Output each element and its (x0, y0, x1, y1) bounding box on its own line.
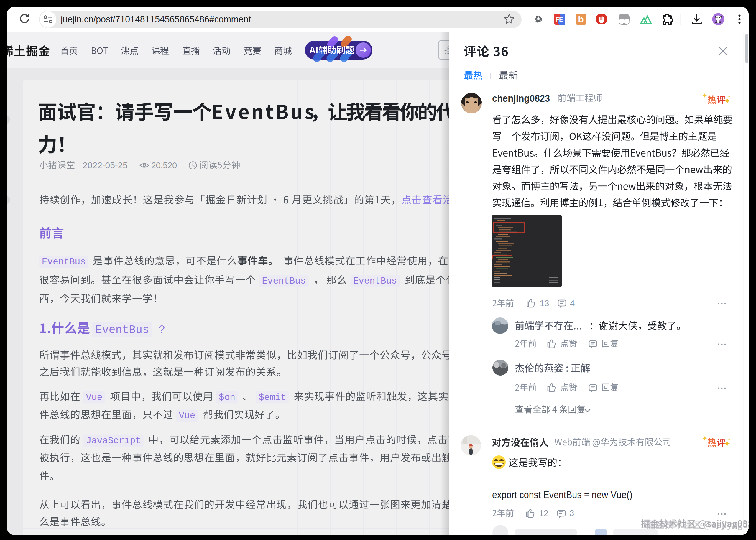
svg-text:13: 13 (539, 299, 549, 308)
svg-text:EventBus: EventBus (353, 276, 397, 286)
svg-text:4: 4 (570, 299, 575, 308)
svg-text:EventBus: EventBus (95, 324, 149, 336)
svg-text:2022-05-25: 2022-05-25 (82, 160, 128, 170)
svg-text:b: b (578, 14, 584, 25)
svg-text:JavaScript: JavaScript (86, 436, 141, 446)
svg-text:20,520: 20,520 (151, 160, 177, 170)
svg-text:juejin.cn/post/710148115456586: juejin.cn/post/7101481154565865486#comme… (61, 14, 251, 25)
svg-text:Vue: Vue (86, 392, 103, 403)
svg-text:EventBus: EventBus (42, 257, 86, 267)
svg-text:FE: FE (555, 16, 563, 23)
svg-text:$on: $on (219, 392, 235, 403)
svg-text:3: 3 (569, 508, 574, 518)
svg-text:?: ? (159, 324, 165, 336)
svg-text:export const EventBus = new Vu: export const EventBus = new Vue() (492, 489, 633, 500)
svg-text:12: 12 (539, 508, 548, 518)
svg-text:$emit: $emit (258, 392, 286, 403)
svg-text:EventBus: EventBus (262, 276, 306, 286)
svg-text:chenjing0823: chenjing0823 (492, 92, 550, 104)
svg-text:Vue: Vue (179, 411, 196, 421)
